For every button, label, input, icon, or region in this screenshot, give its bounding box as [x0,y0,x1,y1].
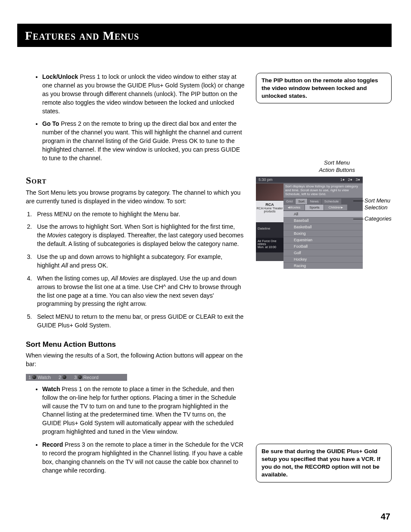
label-record: Record [83,375,98,380]
hint-text: Sort displays show listings by program c… [283,184,363,197]
button-dot-icon [78,375,82,379]
action-bullet-list: Watch Press 1 on the remote to place a t… [42,385,245,475]
label-selection: Sort MenuSelection [364,197,390,211]
step-4: When the listing comes up, All Movies ar… [34,274,245,309]
step-2: Use the arrows to highlight Sort. When S… [34,223,245,249]
list-item: Record Press 3 on the remote to place a … [42,441,245,475]
term-watch: Watch [42,386,60,392]
action-buttons-heading: Sort Menu Action Buttons [26,340,245,349]
num-1: 1 [28,375,31,380]
video-thumb [256,184,283,201]
menu-tabs: Grid Sort News Schedule [283,199,363,204]
dateline-thumb: Dateline [256,222,283,238]
section-title-bar: Features and Menus [17,24,392,47]
list-item: Go To Press 2 on the remote to bring up … [42,120,245,162]
button-dot-icon [62,375,66,379]
main-column: Lock/Unlock Press 1 to lock or unlock th… [26,73,245,493]
num-3: 3 [74,375,77,380]
time-label: 5:30 pm [258,177,273,182]
action-strip: 1 Watch 2 3 Record [26,374,127,381]
sub-tabs: ◂Movies Sports Children▸ [283,205,363,210]
button-dot-icon [32,375,36,379]
list-item: Watch Press 1 on the remote to place a t… [42,385,245,436]
action-buttons-lead: When viewing the results of a Sort, the … [26,352,245,369]
rca-ad: RCA RCA Home Theater products [256,201,283,222]
label-action-buttons: Sort MenuAction Buttons [319,159,355,174]
sort-menu-screenshot: 5:30 pm 1● 2● 3● RCA RCA Home Theater pr… [256,177,363,261]
section-title: Features and Menus [25,29,384,43]
sort-lead: The Sort Menu lets you browse programs b… [26,189,245,206]
callout-pip: The PIP button on the remote also toggle… [256,73,392,103]
top-bullet-list: Lock/Unlock Press 1 to lock or unlock th… [42,73,245,163]
body-text: Press 1 on the remote to place a timer i… [42,386,236,435]
list-item: Lock/Unlock Press 1 to lock or unlock th… [42,73,245,115]
step-5: Select MENU to return to the menu bar, o… [34,313,245,330]
step-1: Press MENU on the remote to highlight th… [34,210,245,219]
sort-heading: Sort [26,175,245,186]
term-record: Record [42,441,63,448]
step-3: Use the up and down arrows to highlight … [34,253,245,270]
sort-steps: Press MENU on the remote to highlight th… [34,210,245,330]
label-watch: Watch [37,375,51,380]
side-column: The PIP button on the remote also toggle… [256,73,392,493]
label-categories: Categories [364,215,392,222]
page-number: 47 [381,512,390,522]
term-lock-unlock: Lock/Unlock [42,73,78,80]
airforce-thumb: Air Force One retires Mon. at 10:00 [256,238,283,252]
header-icons: 1● 2● 3● [340,177,360,182]
body-text: Press 3 on the remote to place a timer i… [42,441,243,474]
num-2: 2 [59,375,61,380]
term-goto: Go To [42,120,59,127]
category-list: All Baseball Basketball Boxing Equestria… [283,211,363,269]
callout-vcr: Be sure that during the GUIDE Plus+ Gold… [256,444,392,482]
sort-menu-figure: Sort MenuAction Buttons 5:30 pm 1● 2● 3●… [256,177,392,267]
body-text: Press 2 on the remote to bring up the di… [42,120,242,162]
